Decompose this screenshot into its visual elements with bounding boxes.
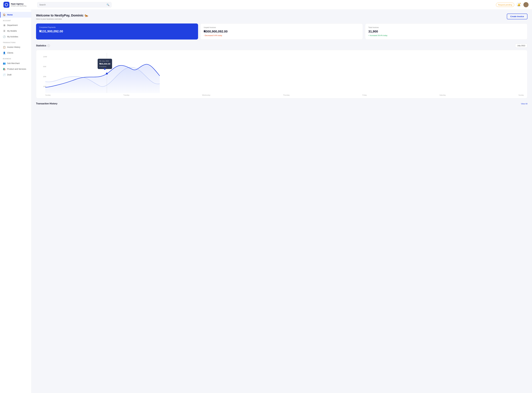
logo-icon (5, 3, 8, 6)
sidebar-item-label: Clients (7, 52, 13, 54)
total-invoices-value: 31,900 (368, 30, 524, 33)
search-icon: 🔍 (106, 3, 109, 6)
sidebar-item-draft[interactable]: 📄 Draft (0, 72, 31, 78)
avatar[interactable] (523, 2, 529, 7)
statistics-header: Statistics i July 2022 (36, 44, 527, 48)
sidebar-item-my-activities[interactable]: 🕐 My Activities (0, 34, 31, 39)
draft-icon: 📄 (3, 73, 6, 76)
invoice-icon: 📋 (3, 46, 6, 49)
total-change: + Increased 39.4% today (368, 34, 524, 36)
sidebar-item-home[interactable]: 🏠 Home (0, 12, 31, 18)
stats-row: Completed Payments ₦131,900,092.00 Unpai… (36, 24, 527, 39)
sidebar-item-label: Invoice History (7, 46, 20, 48)
view-all-link[interactable]: View All (521, 103, 527, 105)
sidebar-item-label: My Activities (7, 35, 18, 38)
welcome-row: Welcome to NestlyPay, Dominic 🐅 Here is … (36, 14, 527, 20)
sidebar-item-label: Product and Services (7, 68, 26, 70)
sidebar-item-label: Sub Merchant (7, 62, 19, 64)
app-container: Hype Agency Growth and Marketing 🔍 Reque… (0, 0, 532, 393)
transaction-history-title: Transaction History (36, 102, 57, 105)
welcome-title: Welcome to NestlyPay, Dominic 🐅 (36, 14, 88, 17)
sidebar-item-label: Draft (7, 74, 11, 76)
sidebar-item-product-services[interactable]: 🛍️ Product and Services (0, 66, 31, 72)
sidebar-item-department[interactable]: ⊞ Department (0, 22, 31, 28)
completed-payments-label: Completed Payments (39, 26, 195, 28)
notification-dot (520, 3, 521, 4)
header: Hype Agency Growth and Marketing 🔍 Reque… (0, 0, 532, 10)
x-label-saturday: Saturday (440, 94, 446, 96)
main-content: Welcome to NestlyPay, Dominic 🐅 Here is … (31, 10, 532, 393)
transaction-history-header: Transaction History View All (36, 102, 527, 105)
statistics-title: Statistics i (36, 44, 50, 47)
x-label-friday: Friday (362, 94, 367, 96)
search-bar[interactable]: 🔍 (37, 2, 111, 7)
sidebar-item-label: Department (7, 24, 18, 26)
x-label-tuesday: Tuesday (123, 94, 129, 96)
sidebar-item-label: Home (7, 14, 13, 16)
x-label-wednesday: Wednesday (202, 94, 210, 96)
logo-text: Hype Agency Growth and Marketing (11, 3, 26, 7)
sidebar-section-transactions: TRANSACTIONS (0, 39, 31, 44)
welcome-subtitle: Here is your business overview (36, 18, 88, 20)
svg-rect-1 (106, 73, 108, 74)
sub-merchant-icon: 👥 (3, 62, 6, 65)
product-icon: 🛍️ (3, 68, 6, 70)
request-pending-button[interactable]: Request pending (496, 3, 514, 7)
home-icon: 🏠 (3, 13, 6, 16)
x-label-sunday2: Sunday (518, 94, 524, 96)
header-right: Request pending 🔔 (496, 2, 529, 7)
completed-payments-value: ₦131,900,092.00 (39, 29, 195, 33)
unpaid-invoices-card: Unpaid Invoices ₦300,900,092.00 - Decrea… (200, 24, 363, 39)
notification-button[interactable]: 🔔 (516, 2, 521, 7)
sidebar-item-sub-merchant[interactable]: 👥 Sub Merchant (0, 60, 31, 66)
company-tagline: Growth and Marketing (11, 5, 26, 7)
x-label-thursday: Thursday (283, 94, 290, 96)
create-invoice-button[interactable]: Create Invoice (507, 14, 527, 19)
sidebar-item-invoice-history[interactable]: 📋 Invoice History (0, 44, 31, 50)
chart-container: 100M 50M 20M 10M 6th July, 2022 ₦35,000.… (36, 50, 527, 98)
sidebar-section-business: BUSINESS (0, 56, 31, 60)
date-selector[interactable]: July 2022 (515, 44, 527, 48)
unpaid-change: - Decreased 9.4% today (204, 34, 359, 36)
sidebar-section-account: ACCOUNT (0, 18, 31, 22)
welcome-text: Welcome to NestlyPay, Dominic 🐅 Here is … (36, 14, 88, 20)
logo-area: Hype Agency Growth and Marketing (3, 2, 35, 8)
logo-box (3, 2, 10, 8)
x-label-sunday1: Sunday (45, 94, 51, 96)
sidebar: 🏠 Home ACCOUNT ⊞ Department ☰ My Models … (0, 10, 31, 393)
unpaid-invoices-value: ₦300,900,092.00 (204, 30, 359, 33)
chart-svg (45, 53, 160, 93)
total-invoices-card: Total Invoices 31,900 + Increased 39.4% … (365, 24, 527, 39)
completed-payments-card: Completed Payments ₦131,900,092.00 (36, 24, 198, 39)
models-icon: ☰ (3, 29, 6, 32)
sidebar-item-label: My Models (7, 30, 17, 32)
department-icon: ⊞ (3, 24, 6, 27)
unpaid-invoices-label: Unpaid Invoices (204, 26, 359, 29)
company-name: Hype Agency (11, 3, 26, 5)
clients-icon: 👤 (3, 51, 6, 54)
chart-area: 6th July, 2022 ₦35,000.00 8 Invoices (45, 53, 160, 93)
statistics-info-icon[interactable]: i (47, 44, 50, 47)
total-invoices-label: Total Invoices (368, 26, 524, 29)
search-input[interactable] (39, 4, 105, 6)
main-layout: 🏠 Home ACCOUNT ⊞ Department ☰ My Models … (0, 10, 532, 393)
chart-x-labels: Sunday Tuesday Wednesday Thursday Friday… (45, 94, 524, 96)
activities-icon: 🕐 (3, 35, 6, 38)
sidebar-item-clients[interactable]: 👤 Clients (0, 50, 31, 56)
sidebar-item-my-models[interactable]: ☰ My Models (0, 28, 31, 34)
